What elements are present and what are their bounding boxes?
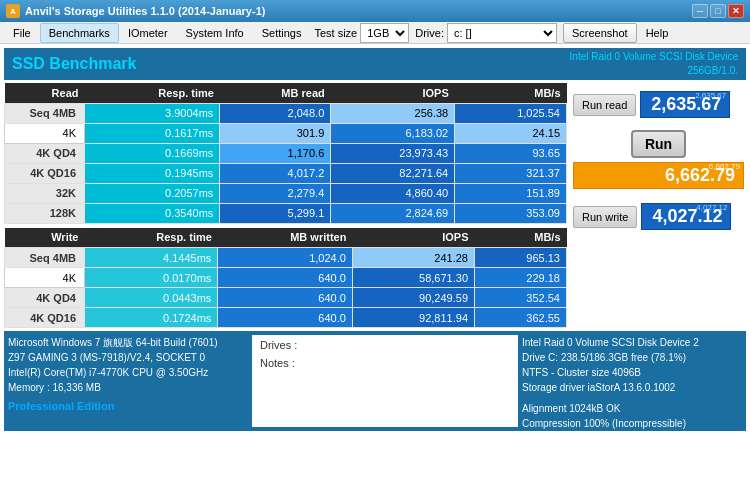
table-row: Seq 4MB 4.1445ms 1,024.0 241.28 965.13 [5,248,567,268]
screenshot-button[interactable]: Screenshot [563,23,637,43]
sys-mb: Z97 GAMING 3 (MS-7918)/V2.4, SOCKET 0 [8,350,248,365]
write-col-resp: Resp. time [85,228,218,248]
maximize-button[interactable]: □ [710,4,726,18]
drive-select[interactable]: c: [] [447,23,557,43]
read-score-display: 2,635.67 2,635.67 [640,91,730,118]
right-panel: Run read 2,635.67 2,635.67 Run 6,662.79 … [571,83,746,328]
menu-help[interactable]: Help [637,23,678,43]
drive-group: Drive: c: [] [415,23,557,43]
read-col-mb: MB read [220,83,331,103]
wrow-4kqd4-label: 4K QD4 [5,288,85,308]
read-col-resp: Resp. time [85,83,220,103]
row-4kqd16-resp: 0.1945ms [85,163,220,183]
wrow-seq4mb-mbs: 965.13 [475,248,567,268]
row-4kqd4-resp: 0.1669ms [85,143,220,163]
write-col-mb: MB written [218,228,353,248]
wrow-4kqd16-iops: 92,811.94 [352,308,474,328]
wrow-4k-label: 4K [5,268,85,288]
dev-line4: Storage driver iaStorA 13.6.0.1002 [522,380,742,395]
bench-title: SSD Benchmark [12,55,137,73]
read-col-iops: IOPS [331,83,455,103]
run-button-container: Run 6,662.79 6,662.79 [573,128,744,189]
table-row: 4K 0.0170ms 640.0 58,671.30 229.18 [5,268,567,288]
row-128k-mb: 5,299.1 [220,203,331,223]
row-seq4mb-mbs: 1,025.54 [455,103,567,123]
drives-label: Drives : [260,339,510,351]
pro-edition-label: Professional Edition [8,399,248,414]
table-row: Seq 4MB 3.9004ms 2,048.0 256.38 1,025.54 [5,103,567,123]
table-row: 4K QD16 0.1724ms 640.0 92,811.94 362.55 [5,308,567,328]
row-4kqd4-iops: 23,973.43 [331,143,455,163]
minimize-button[interactable]: ─ [692,4,708,18]
menu-system-info[interactable]: System Info [177,23,253,43]
menu-settings[interactable]: Settings [253,23,311,43]
dev-line7: Compression 100% (Incompressible) [522,416,742,431]
read-col-label: Read [5,83,85,103]
bottom-area: Microsoft Windows 7 旗舰版 64-bit Build (76… [4,331,746,431]
row-4kqd4-mbs: 93.65 [455,143,567,163]
table-row: 4K QD16 0.1945ms 4,017.2 82,271.64 321.3… [5,163,567,183]
main-area: SSD Benchmark Intel Raid 0 Volume SCSI D… [0,44,750,503]
app-icon: A [6,4,20,18]
wrow-4kqd4-resp: 0.0443ms [85,288,218,308]
total-score-display: 6,662.79 6,662.79 [573,162,744,189]
test-size-select[interactable]: 1GB [360,23,409,43]
row-128k-resp: 0.3540ms [85,203,220,223]
wrow-4kqd16-mb: 640.0 [218,308,353,328]
total-score-label-top: 6,662.79 [709,162,740,171]
read-score-label-top: 2,635.67 [695,91,726,100]
menu-benchmarks[interactable]: Benchmarks [40,23,119,43]
wrow-seq4mb-mb: 1,024.0 [218,248,353,268]
drive-label: Drive: [415,27,444,39]
run-write-group: Run write 4,027.12 4,027.12 [573,203,744,230]
row-128k-label: 128K [5,203,85,223]
row-32k-label: 32K [5,183,85,203]
device-line2: 256GB/1.0. [570,64,738,78]
wrow-4kqd16-label: 4K QD16 [5,308,85,328]
window-controls: ─ □ ✕ [692,4,744,18]
row-128k-iops: 2,824.69 [331,203,455,223]
table-row: 32K 0.2057ms 2,279.4 4,860.40 151.89 [5,183,567,203]
row-4k-mb: 301.9 [220,123,331,143]
dev-line1: Intel Raid 0 Volume SCSI Disk Device 2 [522,335,742,350]
menu-bar: File Benchmarks IOmeter System Info Sett… [0,22,750,44]
row-4k-label: 4K [5,123,85,143]
wrow-seq4mb-label: Seq 4MB [5,248,85,268]
sys-cpu: Intel(R) Core(TM) i7-4770K CPU @ 3.50GHz [8,365,248,380]
menu-iometer[interactable]: IOmeter [119,23,177,43]
close-button[interactable]: ✕ [728,4,744,18]
row-seq4mb-mb: 2,048.0 [220,103,331,123]
wrow-4kqd4-iops: 90,249.59 [352,288,474,308]
table-row: 4K QD4 0.1669ms 1,170.6 23,973.43 93.65 [5,143,567,163]
read-col-mbs: MB/s [455,83,567,103]
write-score-label-top: 4,027.12 [696,203,727,212]
dev-line6: Alignment 1024kB OK [522,401,742,416]
dev-line3: NTFS - Cluster size 4096B [522,365,742,380]
title-bar: A Anvil's Storage Utilities 1.1.0 (2014-… [0,0,750,22]
test-size-group: Test size 1GB [314,23,409,43]
wrow-4kqd16-resp: 0.1724ms [85,308,218,328]
wrow-4kqd16-mbs: 362.55 [475,308,567,328]
row-32k-mbs: 151.89 [455,183,567,203]
dev-line2: Drive C: 238.5/186.3GB free (78.1%) [522,350,742,365]
table-row: 4K QD4 0.0443ms 640.0 90,249.59 352.54 [5,288,567,308]
run-read-button[interactable]: Run read [573,94,636,116]
run-write-button[interactable]: Run write [573,206,637,228]
run-read-group: Run read 2,635.67 2,635.67 [573,91,744,118]
row-4kqd16-mb: 4,017.2 [220,163,331,183]
content-row: Read Resp. time MB read IOPS MB/s Seq 4M… [4,83,746,328]
bench-header: SSD Benchmark Intel Raid 0 Volume SCSI D… [4,48,746,80]
wrow-4k-resp: 0.0170ms [85,268,218,288]
write-col-mbs: MB/s [475,228,567,248]
row-seq4mb-label: Seq 4MB [5,103,85,123]
test-size-label: Test size [314,27,357,39]
menu-file[interactable]: File [4,23,40,43]
wrow-seq4mb-iops: 241.28 [352,248,474,268]
write-score-display: 4,027.12 4,027.12 [641,203,731,230]
row-4kqd16-mbs: 321.37 [455,163,567,183]
system-info-panel: Microsoft Windows 7 旗舰版 64-bit Build (76… [8,335,248,427]
table-row: 4K 0.1617ms 301.9 6,183.02 24.15 [5,123,567,143]
row-seq4mb-iops: 256.38 [331,103,455,123]
row-128k-mbs: 353.09 [455,203,567,223]
run-button[interactable]: Run [631,130,686,158]
